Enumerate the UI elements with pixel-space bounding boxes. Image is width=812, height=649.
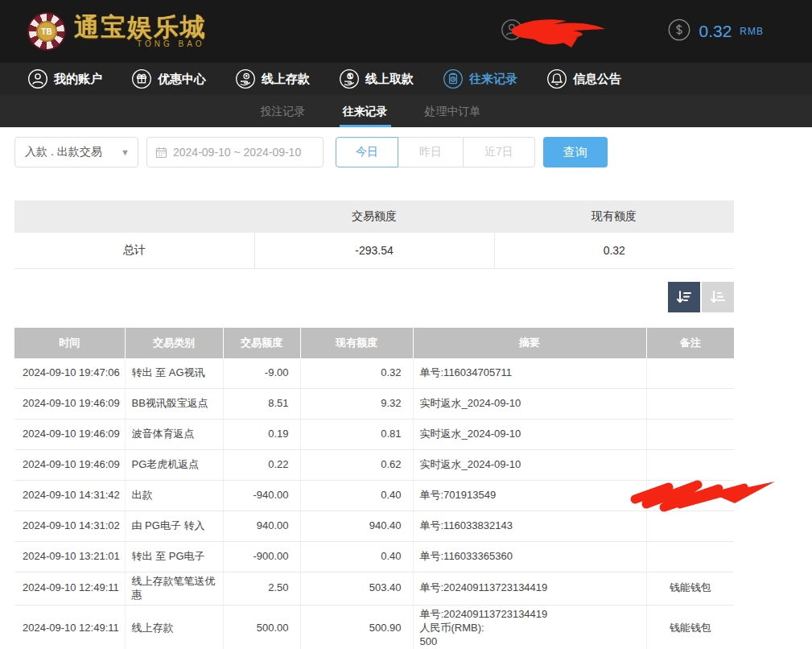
cell-time: 2024-09-10 12:49:11 [14,605,125,649]
balance-amount: 0.32 [699,22,732,41]
calendar-icon [155,147,167,159]
cell-balance: 503.40 [300,573,413,606]
cell-amount: 0.22 [223,450,300,481]
cell-balance: 0.40 [300,481,413,511]
chip-monogram: TB [36,21,57,42]
cell-type: 波音体育返点 [125,420,223,450]
cell-note [646,450,734,481]
column-header-0: 时间 [14,328,125,358]
cell-time: 2024-09-10 19:46:09 [14,389,125,420]
column-header-1: 交易类别 [125,328,223,358]
summary-table: 交易额度 现有额度 总计 -293.54 0.32 [14,200,734,269]
cell-amount: -900.00 [223,542,300,573]
tab-processing-orders[interactable]: 处理中订单 [414,95,493,127]
cell-summary: 单号:202409113723134419 [413,573,646,606]
nav-item-online-withdraw[interactable]: 线上取款 [324,63,428,95]
sort-descending-button[interactable] [668,282,700,312]
bell-icon [546,68,567,89]
summary-header-balance: 现有额度 [494,200,734,233]
cell-amount: 500.00 [223,605,300,649]
cell-amount: 940.00 [223,511,300,542]
sort-asc-icon [709,288,727,306]
cell-note [646,389,734,420]
cell-summary: 单号:116033832143 [413,511,646,542]
records-icon [443,68,464,89]
nav-item-label: 线上取款 [365,72,414,87]
quick-range-group: 今日昨日近7日 [336,137,535,167]
cell-time: 2024-09-10 12:49:11 [14,573,125,606]
cell-balance: 9.32 [300,389,413,420]
sort-desc-icon [675,288,693,306]
column-header-5: 备注 [646,328,734,358]
sort-ascending-button[interactable] [702,282,734,312]
cell-note [646,511,734,542]
cell-type: BB视讯骰宝返点 [125,389,223,420]
table-row: 2024-09-10 19:46:09PG老虎机返点0.220.62实时返水_2… [14,450,734,481]
transactions-table-header: 时间交易类别交易额度现有额度摘要备注 [14,328,734,358]
cell-summary: 实时返水_2024-09-10 [413,389,646,420]
cell-type: 出款 [125,481,223,511]
column-header-4: 摘要 [413,328,646,358]
search-button[interactable]: 查询 [543,137,608,167]
cell-amount: 0.19 [223,420,300,450]
cell-summary: 实时返水_2024-09-10 [413,450,646,481]
cell-note [646,358,734,389]
nav-item-online-deposit[interactable]: 线上存款 [221,63,324,95]
table-row: 2024-09-10 19:46:09BB视讯骰宝返点8.519.32实时返水_… [14,389,734,420]
balance[interactable]: 0.32 RMB [668,19,764,44]
sub-tab-bar: 投注记录往来记录处理中订单 [0,95,812,127]
cell-summary: 单号:202409113723134419人民币(RMB):500 [413,605,646,649]
summary-transaction-total: -293.54 [254,233,494,268]
dollar-circle-icon [668,19,690,44]
gift-icon [131,68,152,89]
deposit-icon [235,68,256,89]
cell-time: 2024-09-10 14:31:02 [14,511,125,542]
cell-type: 线上存款笔笔送优惠 [125,573,223,606]
quick-yesterday-button[interactable]: 昨日 [398,137,464,167]
filter-bar: 入款 . 出款交易 ▼ 2024-09-10 ~ 2024-09-10 今日昨日… [14,137,812,167]
balance-currency: RMB [740,26,764,37]
quick-last-7-days-button[interactable]: 近7日 [463,137,535,167]
cell-summary: 单号:116033365360 [413,542,646,573]
cell-note [646,481,734,511]
tab-transaction-records[interactable]: 往来记录 [332,95,399,127]
user-account-area[interactable] [501,14,621,49]
cell-note [646,420,734,450]
column-header-3: 现有额度 [300,328,413,358]
header-right: 0.32 RMB [501,14,764,49]
summary-total-row: 总计 -293.54 0.32 [14,233,734,268]
main-nav: 我的账户优惠中心线上存款线上取款往来记录信息公告 [0,63,812,95]
transaction-type-select[interactable]: 入款 . 出款交易 ▼ [14,137,138,167]
content: 入款 . 出款交易 ▼ 2024-09-10 ~ 2024-09-10 今日昨日… [0,127,812,649]
nav-item-announcements[interactable]: 信息公告 [532,63,636,95]
tab-betting-records[interactable]: 投注记录 [249,95,317,127]
cell-balance: 0.81 [300,420,413,450]
cell-balance: 500.90 [300,605,413,649]
cell-type: 由 PG电子 转入 [125,511,223,542]
summary-total-label: 总计 [14,233,254,268]
cell-time: 2024-09-10 19:47:06 [14,358,125,389]
date-range-input[interactable]: 2024-09-10 ~ 2024-09-10 [146,137,324,167]
sub-tab-group: 投注记录往来记录处理中订单 [249,95,493,127]
table-row: 2024-09-10 12:49:11线上存款500.00500.90单号:20… [14,605,734,649]
chevron-down-icon: ▼ [121,147,130,157]
brand-title: 通宝娱乐城 [74,14,207,41]
nav-item-transaction-records[interactable]: 往来记录 [428,63,532,95]
nav-item-promotions[interactable]: 优惠中心 [117,63,221,95]
cell-amount: 8.51 [223,389,300,420]
column-header-2: 交易额度 [223,328,300,358]
cell-time: 2024-09-10 19:46:09 [14,420,125,450]
nav-item-label: 线上存款 [262,72,310,87]
cell-balance: 0.62 [300,450,413,481]
table-row: 2024-09-10 19:47:06转出 至 AG视讯-9.000.32单号:… [14,358,734,389]
cell-time: 2024-09-10 13:21:01 [14,542,125,573]
cell-amount: -9.00 [223,358,300,389]
quick-today-button[interactable]: 今日 [336,137,398,167]
table-row: 2024-09-10 13:21:01转出 至 PG电子-900.000.40单… [14,542,734,573]
brand-logo[interactable]: TB 通宝娱乐城 TONG BAO [27,12,207,51]
nav-item-label: 往来记录 [469,72,517,87]
cell-summary: 单号:701913549 [413,481,646,511]
table-row: 2024-09-10 19:46:09波音体育返点0.190.81实时返水_20… [14,420,734,450]
withdraw-icon [339,68,360,89]
nav-item-my-account[interactable]: 我的账户 [13,63,117,95]
